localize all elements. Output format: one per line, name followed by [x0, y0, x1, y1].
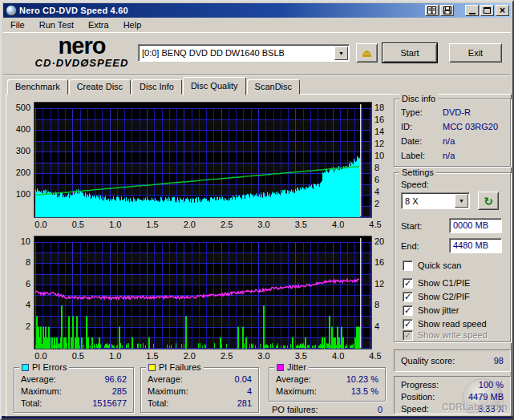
x-axis-tick: 0.5 [67, 220, 88, 229]
tab-bar: Benchmark Create Disc Disc Info Disc Qua… [7, 77, 301, 95]
titlebar-extra-button-1[interactable] [425, 5, 439, 16]
pi-failures-group: PI Failures Average:0.04 Maximum:4 Total… [140, 367, 259, 413]
cdrlabs-watermark: CDRLabs.com [442, 402, 508, 413]
jitter-max-label: Maximum: [276, 386, 317, 396]
x-axis-tick: 2.0 [179, 351, 200, 361]
pi-failures-max-value: 4 [247, 386, 252, 396]
pi-errors-group: PI Errors Average:96.62 Maximum:285 Tota… [14, 367, 134, 413]
show-c1-pie-checkbox[interactable]: ✓Show C1/PIE [403, 277, 470, 289]
jitter-swatch-icon [277, 364, 284, 371]
refresh-speed-button[interactable]: ↻ [478, 192, 499, 210]
checkbox-icon[interactable]: ✓ [403, 292, 413, 302]
y-axis-right-tick: 12 [374, 279, 384, 289]
book-icon [427, 6, 436, 14]
y-axis-right-tick: 10 [374, 151, 384, 160]
minimize-icon [469, 13, 476, 14]
tab-disc-quality[interactable]: Disc Quality [183, 77, 246, 95]
y-axis-right-tick: 20 [374, 236, 384, 246]
start-position-field[interactable]: 0000 MB [449, 218, 502, 233]
jitter-group: Jitter Average:10.23 % Maximum:13.5 % [269, 367, 386, 402]
pi-errors-max-label: Maximum: [21, 386, 62, 396]
tab-scandisc[interactable]: ScanDisc [247, 79, 300, 95]
jitter-title-text: Jitter [287, 362, 306, 372]
show-read-speed-label: Show read speed [418, 319, 487, 329]
app-icon [6, 5, 17, 16]
show-c2-pif-checkbox[interactable]: ✓Show C2/PIF [403, 291, 470, 302]
x-axis-tick: 4.0 [328, 220, 349, 229]
pi-errors-total-label: Total: [21, 398, 42, 408]
menu-file[interactable]: File [3, 18, 32, 31]
pi-failures-avg-value: 0.04 [235, 374, 252, 384]
checkbox-icon[interactable]: ✓ [403, 305, 413, 316]
progress-label: Progress: [401, 380, 439, 390]
speed-dropdown-button[interactable]: ▼ [455, 194, 468, 208]
disc-label-value: n/a [443, 151, 455, 160]
drive-selector[interactable]: [0:0] BENQ DVD DD DW1640 BSLB ▼ [138, 44, 350, 62]
show-read-speed-checkbox[interactable]: ✓Show read speed [403, 318, 487, 329]
jitter-avg-value: 10.23 % [346, 374, 378, 384]
x-axis-tick: 4.5 [365, 351, 386, 361]
end-position-field[interactable]: 4480 MB [449, 238, 502, 253]
chevron-down-icon: ▼ [338, 50, 344, 56]
y-axis-right-tick: 14 [374, 127, 384, 136]
y-axis-left-tick: 8 [6, 257, 30, 267]
window-title: Nero CD-DVD Speed 4.60 [19, 6, 423, 15]
y-axis-right-tick: 6 [374, 175, 379, 184]
tab-disc-info[interactable]: Disc Info [132, 79, 182, 95]
quality-score-label: Quality score: [401, 356, 455, 365]
eject-button[interactable]: ⏏ [356, 43, 378, 63]
show-jitter-checkbox[interactable]: ✓Show jitter [403, 305, 459, 316]
exit-button[interactable]: Exit [449, 43, 502, 63]
tab-benchmark[interactable]: Benchmark [7, 79, 68, 95]
speed-selector[interactable]: 8 X ▼ [401, 192, 470, 209]
pi-errors-avg-label: Average: [21, 374, 56, 384]
pi-failures-swatch-icon [148, 364, 156, 371]
y-axis-left-tick: 6 [6, 279, 30, 289]
disc-label-label: Label: [401, 151, 425, 160]
disc-info-group: Disc info Type:DVD-R ID:MCC 03RG20 Date:… [394, 99, 511, 167]
menu-run-test[interactable]: Run Test [32, 18, 81, 31]
minimize-button[interactable] [465, 5, 479, 16]
pi-failures-avg-label: Average: [148, 374, 183, 384]
po-failures-value: 0 [378, 405, 382, 414]
disc-type-label: Type: [401, 107, 423, 117]
x-axis-tick: 3.0 [253, 351, 274, 361]
progress-value: 100 % [479, 380, 504, 390]
logo-speed: SPEED [89, 57, 128, 69]
quick-scan-checkbox[interactable]: Quick scan [403, 260, 461, 271]
tab-create-disc[interactable]: Create Disc [69, 79, 131, 95]
pi-errors-max-value: 285 [112, 386, 127, 396]
x-axis-tick: 1.5 [142, 351, 163, 361]
drive-dropdown-button[interactable]: ▼ [334, 46, 348, 60]
menu-help[interactable]: Help [116, 18, 149, 31]
disc-date-value: n/a [443, 136, 455, 146]
start-position-label: Start: [401, 221, 422, 231]
close-button[interactable]: × [496, 5, 509, 16]
y-axis-left-tick: 500 [6, 103, 30, 112]
titlebar-extra-button-2[interactable] [440, 5, 454, 16]
y-axis-right-tick: 2 [374, 199, 379, 208]
drive-selector-value: [0:0] BENQ DVD DD DW1640 BSLB [139, 48, 334, 58]
show-c2-pif-label: Show C2/PIF [418, 292, 470, 301]
maximize-button[interactable] [480, 5, 494, 16]
checkbox-icon[interactable]: ✓ [403, 319, 413, 329]
disc-info-title: Disc info [399, 94, 438, 103]
menu-extra[interactable]: Extra [81, 18, 116, 31]
pi-failures-title-text: PI Failures [159, 362, 201, 372]
quick-scan-label: Quick scan [418, 260, 461, 270]
pi-failures-total-value: 281 [237, 398, 252, 408]
speed-readout-label: Speed: [401, 404, 429, 414]
x-axis-tick: 0.0 [30, 220, 51, 229]
x-axis-tick: 2.5 [217, 351, 237, 361]
y-axis-left-tick: 400 [6, 124, 30, 134]
pi-failures-max-label: Maximum: [148, 386, 188, 396]
start-button[interactable]: Start [382, 43, 437, 63]
x-axis-tick: 2.0 [179, 220, 200, 229]
save-icon [443, 6, 451, 14]
disc-id-label: ID: [401, 122, 412, 131]
x-axis-tick: 3.5 [290, 351, 311, 361]
checkbox-icon[interactable] [403, 260, 413, 271]
x-axis-tick: 3.0 [253, 220, 274, 229]
checkbox-icon[interactable]: ✓ [403, 278, 413, 289]
x-axis-tick: 4.5 [365, 220, 386, 229]
